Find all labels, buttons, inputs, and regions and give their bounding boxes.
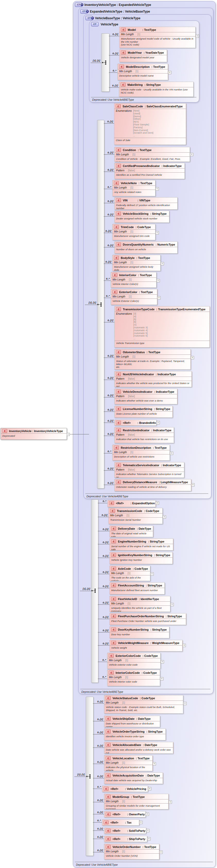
expand-icon[interactable]: + bbox=[156, 187, 159, 191]
element-name: AxleCode bbox=[118, 567, 131, 570]
element-vehicleordertypestring[interactable]: EVehicleOrderTypeString: StringTypeIdent… bbox=[104, 728, 166, 740]
expand-icon[interactable]: + bbox=[161, 262, 164, 266]
expand-icon[interactable]: + bbox=[183, 644, 186, 647]
facet-label: Enumerations bbox=[116, 110, 133, 137]
expand-icon[interactable]: + bbox=[163, 515, 166, 519]
element-name: DoorsQuantityNumeric bbox=[123, 243, 154, 246]
element-condition[interactable]: ECondition: TextTypeMin Length[1]Conditi… bbox=[114, 147, 190, 162]
element-vehicleshipdate[interactable]: EVehicleShipDate: DateTypeDate shipped f… bbox=[104, 716, 160, 727]
element-ref-tax[interactable]: E<Ref>: Tax bbox=[102, 819, 139, 826]
element-axlecode[interactable]: EAxleCode: CodeTypeMin Length[1]The code… bbox=[109, 566, 150, 581]
collapse-icon[interactable]: − bbox=[67, 433, 70, 436]
divider bbox=[107, 658, 160, 658]
element-ref-shiptoparty[interactable]: E<Ref>: ShipToParty bbox=[104, 836, 147, 842]
element-modeldescription[interactable]: EModelDescription: TextTypeMin Length[1]… bbox=[117, 64, 168, 80]
expand-icon[interactable]: + bbox=[157, 421, 160, 424]
element-ref-ownerparty[interactable]: E<Ref>: OwnerParty bbox=[104, 811, 146, 817]
element-ref-expandedoption[interactable]: E<Ref>: ExpandedOption bbox=[107, 500, 156, 507]
element-vehicleweightmeasure[interactable]: EVehicleWeightMeasure: WeightMeasureType… bbox=[109, 640, 183, 651]
element-icon: E bbox=[106, 845, 111, 849]
element-modelgroup[interactable]: EModelGroup: TextTypeMin Length[1]Groupi… bbox=[104, 794, 169, 809]
element-deliverydistancemeasure[interactable]: EDeliveryDistanceMeasure: LengthMeasureT… bbox=[114, 479, 191, 491]
expand-icon[interactable]: + bbox=[160, 677, 163, 680]
element-vehicledemoindicator[interactable]: EVehicleDemoIndicator: IndicatorTypePatt… bbox=[114, 389, 178, 404]
element-saleclasscode[interactable]: ESaleClassCode: SaleClassEnumeratedTypeE… bbox=[114, 103, 186, 145]
element-licensenumberstring[interactable]: ELicenseNumberString: StringTypeState Li… bbox=[114, 406, 173, 418]
element-vehiclestockstring[interactable]: EVehicleStockString: StringTypeDealer as… bbox=[114, 211, 169, 223]
expand-icon[interactable]: + bbox=[147, 837, 151, 840]
expand-icon[interactable]: + bbox=[190, 153, 193, 156]
element-odometerstatus[interactable]: EOdometerStatus: TextTypeMin Length[1]St… bbox=[114, 349, 191, 370]
divider bbox=[110, 645, 182, 646]
element-annotation: Uniquely identifies the vehicle as part … bbox=[110, 606, 170, 612]
expand-icon[interactable]: + bbox=[196, 34, 199, 38]
element-ignitionkeynumberstring[interactable]: EIgnitionKeyNumberString: StringTypeVehi… bbox=[109, 552, 173, 564]
element-restrictionindicator[interactable]: ERestrictionIndicator: IndicatorTypePatt… bbox=[114, 427, 174, 443]
element-nonusvehicleindicator[interactable]: ENonUSVehicleIndicator: IndicatorTypePat… bbox=[114, 371, 192, 387]
element-fleetpurchaseordernumberstring[interactable]: EFleetPurchaseOrderNumberString: StringT… bbox=[109, 613, 186, 625]
element-trimcode[interactable]: ETrimCode: CodeTypeMin Length[1]Manufact… bbox=[112, 224, 156, 240]
element-vin[interactable]: EVIN: VINTypeFederally defined 17 positi… bbox=[114, 197, 178, 210]
expand-icon[interactable]: + bbox=[148, 787, 151, 790]
element-interiorcolorcode[interactable]: EInteriorColorCode: CodeTypeMin Length[1… bbox=[107, 670, 160, 686]
element-exteriorcolor[interactable]: EExteriorColor: TextTypeMin Length[1]Veh… bbox=[111, 289, 157, 305]
element-deliverydate[interactable]: EDeliveryDate: DateTypeThe date of origi… bbox=[109, 526, 153, 537]
multiplicity-label: 0..[1] bbox=[90, 731, 103, 734]
expand-icon[interactable]: + bbox=[168, 71, 171, 74]
expand-icon[interactable]: + bbox=[191, 356, 194, 360]
element-ref-soldtoparty[interactable]: E<Ref>: SoldToParty bbox=[104, 828, 146, 834]
element-ref-vehiclepricing[interactable]: E<Ref>: VehiclePricing bbox=[102, 786, 148, 792]
element-modelyear[interactable]: EModelYear: YearDateTypeVehicle designat… bbox=[119, 50, 167, 62]
element-bodystyle[interactable]: EBodyStyle: TextTypeMin Length[1]Manufac… bbox=[112, 255, 161, 271]
expand-icon[interactable]: + bbox=[157, 296, 161, 300]
element-transmissiontypecode[interactable]: ETransmissionTypeCode: TransmissionTypeE… bbox=[114, 306, 210, 347]
element-doorkeynumberstring[interactable]: EDoorKeyNumberString: StringTypeDoor key… bbox=[109, 626, 169, 638]
facet-row: Min Length[1] bbox=[114, 153, 190, 156]
multiplicity-label: 0..[1] bbox=[96, 601, 108, 604]
expand-icon[interactable]: + bbox=[183, 702, 187, 705]
element-annotation: Class of Sale bbox=[114, 138, 186, 143]
expand-icon[interactable]: + bbox=[156, 231, 159, 235]
element-certifiedpreownedindicator[interactable]: ECertifiedPreownedIndicator: IndicatorTy… bbox=[114, 163, 185, 179]
element-interiorcolor[interactable]: EInteriorColor: TextTypeMin Length[1]Veh… bbox=[111, 272, 157, 288]
element-type: : OwnerParty bbox=[127, 813, 145, 816]
element-name: VehicleOrderTypeString bbox=[112, 730, 145, 733]
expand-icon[interactable]: + bbox=[170, 452, 173, 455]
element-vehicleacquisitiondate[interactable]: EVehicleAcquisitionDate: DateTypeActual … bbox=[104, 772, 163, 784]
element-fleetaccountstring[interactable]: EFleetAccountString: StringTypeManufactu… bbox=[109, 582, 165, 594]
element-ref-brandedinfo[interactable]: E<Ref>: BrandedInfo bbox=[114, 420, 157, 426]
expand-icon[interactable]: + bbox=[139, 821, 143, 824]
expand-icon[interactable]: + bbox=[150, 572, 154, 576]
element-makestring[interactable]: EMakeString: StringTypeVehicle make code… bbox=[119, 82, 194, 97]
element-name: IgnitionKeyNumberString bbox=[118, 554, 152, 557]
expand-icon[interactable]: + bbox=[169, 801, 172, 804]
expand-icon[interactable]: + bbox=[161, 660, 164, 663]
expand-icon[interactable]: + bbox=[146, 812, 149, 816]
expand-icon[interactable]: + bbox=[146, 829, 150, 832]
element-vehiclestatuscode[interactable]: EVehicleStatusCode: CodeTypeMin Length[1… bbox=[104, 695, 183, 714]
facet-label: Min Length bbox=[116, 153, 129, 156]
element-enginenumberstring[interactable]: EEngineNumberString: StringTypeSerial nu… bbox=[109, 538, 173, 551]
element-annotation: Date vehicle was allocated and/or a deli… bbox=[104, 748, 173, 754]
element-exteriorcolorcode[interactable]: EExteriorColorCode: CodeTypeMin Length[1… bbox=[107, 653, 161, 669]
element-telematicsserviceindicator[interactable]: ETelematicsServiceIndicator: IndicatorTy… bbox=[114, 462, 184, 478]
element-vehicleordernumber[interactable]: EVehicleOrderNumber: TextTypeMin Length[… bbox=[104, 844, 159, 860]
element-model[interactable]: EModel: TextTypeMin Length[1]Manufacture… bbox=[119, 27, 196, 48]
expand-icon[interactable]: + bbox=[156, 501, 159, 505]
expand-icon[interactable]: + bbox=[170, 603, 174, 606]
element-vehiclenote[interactable]: EVehicleNote: TextTypeMin Length[1]Any v… bbox=[112, 180, 156, 196]
element-inventory-vehicle[interactable]: E InventoryVehicle : InventoryVehicleTyp… bbox=[1, 428, 67, 440]
expand-icon[interactable]: + bbox=[191, 483, 195, 487]
expand-icon[interactable]: + bbox=[157, 279, 160, 282]
element-restrictiondescription[interactable]: ERestrictionDescription: TextTypeMin Len… bbox=[112, 445, 170, 461]
element-header: EBodyStyle: TextType bbox=[112, 255, 160, 260]
element-vehicleallocateddate[interactable]: EVehicleAllocatedDate: DateTypeDate vehi… bbox=[104, 742, 173, 754]
element-transmissioncode[interactable]: ETransmissionCode: CodeTypeMin Length[1]… bbox=[108, 508, 163, 524]
element-fleetvehicleid[interactable]: EFleetVehicleID: IdentifierTypeMin Lengt… bbox=[109, 596, 170, 612]
expand-icon[interactable]: + bbox=[159, 850, 163, 854]
expand-icon[interactable]: + bbox=[153, 762, 156, 766]
divider bbox=[104, 778, 163, 778]
element-vehiclelocation[interactable]: EVehicleLocation: TextTypeMin Length[1]I… bbox=[104, 755, 153, 771]
element-doorsquantitynumeric[interactable]: EDoorsQuantityNumeric: NumericTypeNumber… bbox=[114, 242, 178, 253]
divider bbox=[112, 185, 155, 186]
